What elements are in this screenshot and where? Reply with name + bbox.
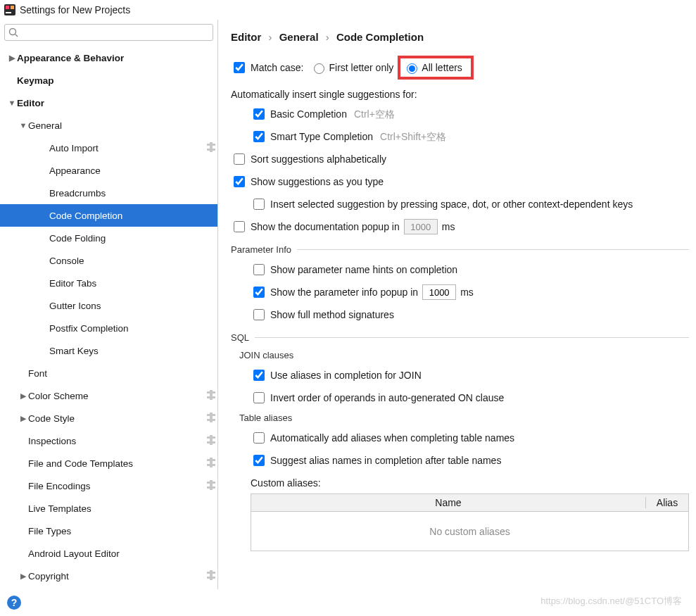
show-hints-checkbox[interactable] — [253, 264, 265, 275]
table-aliases-heading: Table aliases — [239, 413, 689, 423]
tree-item-label: File Types — [28, 526, 205, 536]
settings-scope-icon — [205, 458, 217, 470]
invert-order-checkbox[interactable] — [253, 392, 265, 403]
tree-item-editor-tabs[interactable]: Editor Tabs — [0, 272, 217, 294]
tree-item-label: Code Style — [28, 413, 205, 424]
column-name[interactable]: Name — [251, 497, 646, 508]
chevron-right-icon[interactable]: ▶ — [18, 391, 28, 401]
basic-completion-row: Basic Completion Ctrl+空格 — [231, 106, 689, 122]
tree-item-file-and-code-templates[interactable]: File and Code Templates — [0, 452, 217, 474]
smart-completion-shortcut: Ctrl+Shift+空格 — [380, 129, 446, 144]
show-param-popup-checkbox[interactable] — [253, 287, 265, 298]
breadcrumb-part[interactable]: General — [279, 31, 319, 43]
tree-item-label: General — [28, 120, 205, 131]
settings-tree[interactable]: ▶Appearance & BehaviorKeymap▼Editor▼Gene… — [0, 45, 217, 589]
tree-item-inspections[interactable]: Inspections — [0, 429, 217, 452]
first-letter-radio[interactable] — [314, 63, 324, 74]
all-letters-radio[interactable] — [407, 63, 417, 74]
tree-item-code-style[interactable]: ▶Code Style — [0, 407, 217, 429]
tree-item-appearance[interactable]: Appearance — [0, 159, 217, 182]
match-case-row: Match case: First letter only All letter… — [231, 56, 689, 80]
chevron-right-icon[interactable]: ▶ — [18, 572, 28, 581]
tree-item-color-scheme[interactable]: ▶Color Scheme — [0, 384, 217, 407]
smart-completion-row: Smart Type Completion Ctrl+Shift+空格 — [231, 129, 689, 144]
table-header: Name Alias — [251, 494, 689, 512]
smart-completion-checkbox[interactable] — [253, 131, 265, 142]
auto-add-aliases-row: Automatically add aliases when completin… — [231, 430, 689, 446]
svg-rect-21 — [210, 440, 213, 445]
tree-item-live-templates[interactable]: Live Templates — [0, 497, 217, 520]
tree-item-console[interactable]: Console — [0, 249, 217, 272]
param-popup-ms-input[interactable] — [422, 284, 456, 300]
join-clauses-heading: JOIN clauses — [239, 350, 689, 360]
tree-item-file-encodings[interactable]: File Encodings — [0, 474, 217, 497]
app-icon — [4, 4, 15, 15]
tree-item-label: Appearance — [49, 165, 205, 176]
settings-scope-icon — [205, 142, 217, 154]
tree-item-editor[interactable]: ▼Editor — [0, 92, 217, 114]
custom-aliases-label: Custom aliases: — [231, 475, 689, 491]
tree-item-general[interactable]: ▼General — [0, 114, 217, 137]
tree-item-label: Code Completion — [49, 210, 205, 221]
svg-rect-9 — [210, 147, 213, 152]
tree-item-file-types[interactable]: File Types — [0, 520, 217, 542]
insert-selected-label: Insert selected suggestion by pressing s… — [270, 196, 633, 212]
tree-item-auto-import[interactable]: Auto Import — [0, 137, 217, 159]
tree-item-label: Font — [28, 368, 205, 379]
tree-item-smart-keys[interactable]: Smart Keys — [0, 339, 217, 362]
tree-item-code-completion[interactable]: Code Completion — [0, 204, 217, 227]
suggest-alias-checkbox[interactable] — [253, 455, 265, 466]
search-input-container[interactable] — [4, 24, 213, 41]
breadcrumb-part[interactable]: Editor — [231, 31, 261, 43]
tree-item-font[interactable]: Font — [0, 362, 217, 384]
search-icon — [8, 27, 19, 38]
svg-rect-32 — [210, 570, 213, 575]
match-case-label: Match case: — [251, 60, 303, 75]
sort-alpha-checkbox[interactable] — [234, 153, 245, 165]
settings-tree-pane: ▶Appearance & BehaviorKeymap▼Editor▼Gene… — [0, 20, 218, 589]
settings-scope-icon — [205, 390, 217, 402]
settings-scope-icon — [205, 413, 217, 425]
chevron-right-icon: › — [326, 31, 329, 43]
show-as-type-checkbox[interactable] — [234, 176, 245, 187]
custom-aliases-table[interactable]: Name Alias No custom aliases — [231, 494, 689, 551]
show-doc-ms-input[interactable] — [404, 219, 438, 234]
basic-completion-checkbox[interactable] — [253, 108, 265, 120]
column-alias[interactable]: Alias — [646, 497, 688, 508]
tree-item-android-layout-editor[interactable]: Android Layout Editor — [0, 542, 217, 565]
full-sig-checkbox[interactable] — [253, 309, 265, 320]
auto-insert-heading: Automatically insert single suggestions … — [231, 87, 689, 102]
section-sql: SQL — [231, 332, 689, 343]
tree-item-copyright[interactable]: ▶Copyright — [0, 565, 217, 587]
use-aliases-checkbox[interactable] — [253, 370, 265, 381]
tree-item-label: File and Code Templates — [28, 458, 205, 469]
suggest-alias-row: Suggest alias names in completion after … — [231, 453, 689, 468]
tree-item-code-folding[interactable]: Code Folding — [0, 227, 217, 249]
window-title-bar: Settings for New Projects — [0, 0, 696, 20]
show-as-type-row: Show suggestions as you type — [231, 174, 689, 189]
tree-item-breadcrumbs[interactable]: Breadcrumbs — [0, 182, 217, 204]
match-case-checkbox[interactable] — [234, 62, 245, 73]
tree-item-label: Console — [49, 256, 205, 266]
auto-add-aliases-checkbox[interactable] — [253, 432, 265, 444]
chevron-down-icon[interactable]: ▼ — [18, 121, 28, 130]
show-doc-checkbox[interactable] — [234, 221, 245, 232]
show-param-popup-label: Show the parameter info popup in — [270, 284, 418, 300]
tree-item-keymap[interactable]: Keymap — [0, 69, 217, 92]
chevron-down-icon[interactable]: ▼ — [7, 99, 17, 107]
search-input[interactable] — [20, 27, 213, 39]
svg-rect-25 — [210, 463, 213, 467]
svg-rect-3 — [6, 12, 11, 13]
tree-item-postfix-completion[interactable]: Postfix Completion — [0, 317, 217, 339]
chevron-right-icon[interactable]: ▶ — [18, 414, 28, 423]
auto-add-aliases-label: Automatically add aliases when completin… — [270, 430, 514, 446]
settings-scope-icon — [205, 480, 217, 492]
tree-item-label: Gutter Icons — [49, 301, 205, 311]
chevron-right-icon[interactable]: ▶ — [7, 54, 17, 63]
tree-item-gutter-icons[interactable]: Gutter Icons — [0, 294, 217, 317]
insert-selected-checkbox[interactable] — [253, 199, 265, 210]
tree-item-appearance-behavior[interactable]: ▶Appearance & Behavior — [0, 46, 217, 69]
svg-rect-24 — [210, 458, 213, 463]
help-icon[interactable]: ? — [7, 596, 21, 610]
insert-selected-row: Insert selected suggestion by pressing s… — [231, 196, 689, 212]
